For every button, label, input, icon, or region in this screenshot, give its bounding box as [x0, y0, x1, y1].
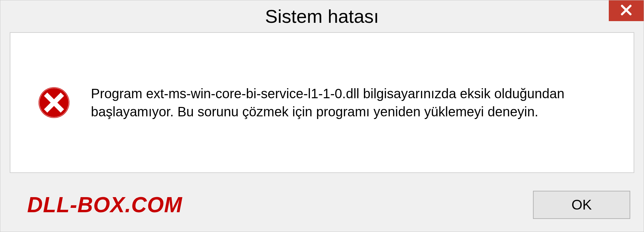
- close-icon: [620, 4, 632, 17]
- watermark-text: DLL-BOX.COM: [27, 192, 182, 217]
- error-message: Program ext-ms-win-core-bi-service-l1-1-…: [91, 84, 583, 121]
- dialog-titlebar: Sistem hatası: [0, 0, 644, 32]
- dialog-footer: DLL-BOX.COM OK: [0, 181, 644, 232]
- dialog-body: Program ext-ms-win-core-bi-service-l1-1-…: [10, 32, 634, 173]
- close-button[interactable]: [609, 0, 644, 21]
- ok-button[interactable]: OK: [533, 191, 630, 219]
- error-icon: [37, 86, 71, 119]
- ok-button-label: OK: [572, 197, 592, 213]
- dialog-title: Sistem hatası: [265, 5, 379, 27]
